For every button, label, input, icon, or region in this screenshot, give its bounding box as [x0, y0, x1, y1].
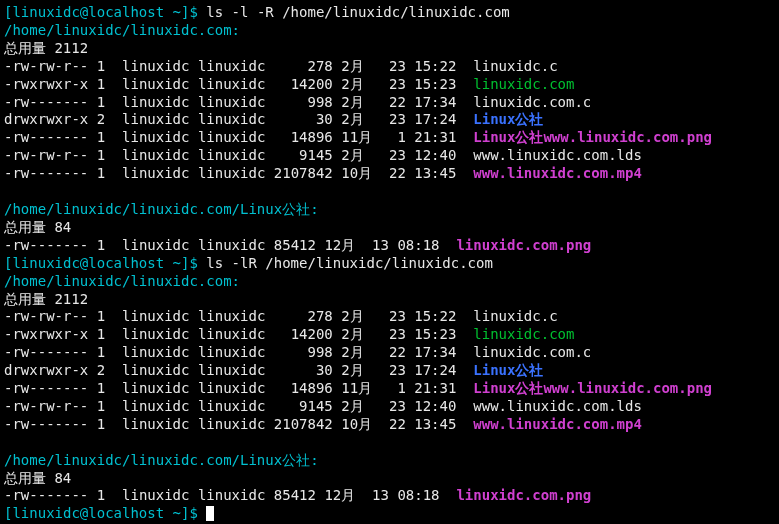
file-links: 1 [97, 416, 105, 432]
file-row: -rw------- 1 linuxidc linuxidc 14896 11月… [4, 129, 775, 147]
file-owner: linuxidc [122, 308, 189, 324]
file-owner: linuxidc [122, 111, 189, 127]
file-time: 15:22 [414, 308, 456, 324]
file-size: 9145 [274, 147, 333, 163]
file-owner: linuxidc [122, 487, 189, 503]
file-links: 2 [97, 362, 105, 378]
file-perm: drwxrwxr-x [4, 362, 88, 378]
file-group: linuxidc [198, 76, 265, 92]
file-row: -rw------- 1 linuxidc linuxidc 998 2月 22… [4, 94, 775, 112]
file-row: -rwxrwxr-x 1 linuxidc linuxidc 14200 2月 … [4, 76, 775, 94]
file-day: 23 [389, 147, 406, 163]
file-perm: -rw------- [4, 416, 88, 432]
file-name: www.linuxidc.com.lds [473, 147, 642, 163]
file-name: linuxidc.com.png [456, 487, 591, 503]
file-size: 85412 [274, 237, 316, 253]
file-row: -rw------- 1 linuxidc linuxidc 998 2月 22… [4, 344, 775, 362]
file-time: 15:22 [414, 58, 456, 74]
file-size: 14200 [274, 76, 333, 92]
file-owner: linuxidc [122, 147, 189, 163]
file-day: 13 [372, 237, 389, 253]
file-day: 1 [389, 380, 406, 396]
file-name: linuxidc.com.c [473, 94, 591, 110]
command-text: ls -lR /home/linuxidc/linuxidc.com [206, 255, 493, 271]
cursor [206, 506, 214, 521]
file-row: -rw------- 1 linuxidc linuxidc 14896 11月… [4, 380, 775, 398]
file-owner: linuxidc [122, 58, 189, 74]
file-perm: -rw------- [4, 380, 88, 396]
file-name: www.linuxidc.com.mp4 [473, 416, 642, 432]
file-day: 22 [389, 94, 406, 110]
file-group: linuxidc [198, 94, 265, 110]
file-month: 2月 [341, 58, 380, 74]
prompt-user: linuxidc@localhost [12, 255, 164, 271]
file-time: 15:23 [414, 326, 456, 342]
file-group: linuxidc [198, 237, 265, 253]
file-name: www.linuxidc.com.lds [473, 398, 642, 414]
total-line: 总用量 84 [4, 470, 71, 486]
file-day: 23 [389, 398, 406, 414]
file-row: -rw-rw-r-- 1 linuxidc linuxidc 278 2月 23… [4, 58, 775, 76]
file-size: 30 [274, 362, 333, 378]
file-owner: linuxidc [122, 129, 189, 145]
file-group: linuxidc [198, 416, 265, 432]
file-time: 21:31 [414, 129, 456, 145]
file-size: 278 [274, 308, 333, 324]
file-size: 2107842 [274, 165, 333, 181]
file-group: linuxidc [198, 344, 265, 360]
file-group: linuxidc [198, 58, 265, 74]
file-links: 1 [97, 129, 105, 145]
file-month: 2月 [341, 362, 380, 378]
file-owner: linuxidc [122, 398, 189, 414]
file-perm: -rw------- [4, 165, 88, 181]
file-row: -rw------- 1 linuxidc linuxidc 85412 12月… [4, 237, 775, 255]
file-group: linuxidc [198, 398, 265, 414]
file-month: 11月 [341, 380, 380, 396]
file-perm: -rw-rw-r-- [4, 58, 88, 74]
file-day: 13 [372, 487, 389, 503]
prompt-dir: ~ [173, 4, 181, 20]
file-time: 12:40 [414, 147, 456, 163]
file-day: 23 [389, 58, 406, 74]
file-size: 278 [274, 58, 333, 74]
terminal-output[interactable]: [linuxidc@localhost ~]$ ls -l -R /home/l… [4, 4, 775, 523]
file-owner: linuxidc [122, 326, 189, 342]
file-size: 998 [274, 94, 333, 110]
file-group: linuxidc [198, 308, 265, 324]
prompt-line[interactable]: [linuxidc@localhost ~]$ [4, 505, 775, 523]
dir-header: /home/linuxidc/linuxidc.com: [4, 22, 240, 38]
file-size: 85412 [274, 487, 316, 503]
file-owner: linuxidc [122, 380, 189, 396]
file-name: linuxidc.com.png [456, 237, 591, 253]
file-perm: -rw------- [4, 487, 88, 503]
file-row: -rw-rw-r-- 1 linuxidc linuxidc 9145 2月 2… [4, 147, 775, 165]
file-month: 2月 [341, 111, 380, 127]
file-owner: linuxidc [122, 76, 189, 92]
file-size: 9145 [274, 398, 333, 414]
file-row: -rwxrwxr-x 1 linuxidc linuxidc 14200 2月 … [4, 326, 775, 344]
file-name: Linux公社 [473, 111, 543, 127]
file-month: 12月 [324, 237, 363, 253]
total-line: 总用量 2112 [4, 291, 88, 307]
file-owner: linuxidc [122, 416, 189, 432]
file-perm: -rw-rw-r-- [4, 147, 88, 163]
file-size: 14896 [274, 380, 333, 396]
file-owner: linuxidc [122, 94, 189, 110]
file-links: 1 [97, 165, 105, 181]
file-row: -rw------- 1 linuxidc linuxidc 2107842 1… [4, 416, 775, 434]
file-month: 2月 [341, 94, 380, 110]
file-links: 1 [97, 487, 105, 503]
file-time: 13:45 [414, 165, 456, 181]
file-time: 17:34 [414, 94, 456, 110]
file-links: 1 [97, 58, 105, 74]
file-perm: -rw------- [4, 237, 88, 253]
dir-header: /home/linuxidc/linuxidc.com/Linux公社: [4, 452, 319, 468]
file-perm: -rwxrwxr-x [4, 76, 88, 92]
prompt-user: linuxidc@localhost [12, 4, 164, 20]
file-month: 10月 [341, 165, 380, 181]
file-month: 2月 [341, 326, 380, 342]
file-group: linuxidc [198, 111, 265, 127]
file-links: 1 [97, 147, 105, 163]
file-name: Linux公社www.linuxidc.com.png [473, 129, 712, 145]
file-perm: -rw------- [4, 94, 88, 110]
